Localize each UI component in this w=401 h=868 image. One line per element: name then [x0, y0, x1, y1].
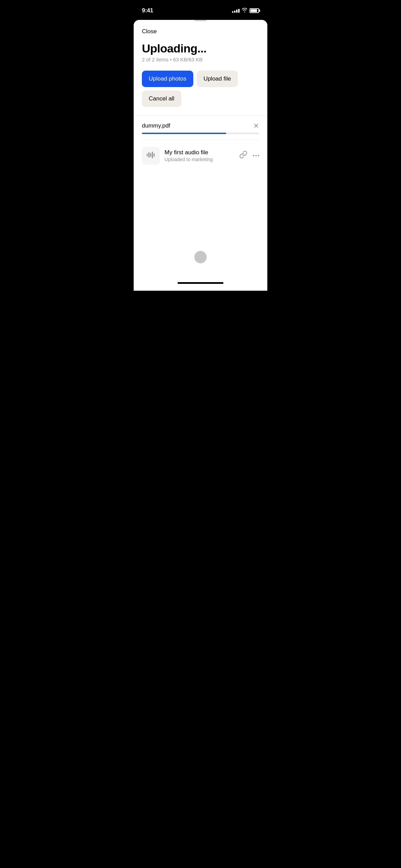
status-icons	[232, 8, 259, 13]
wifi-icon	[242, 8, 247, 13]
pdf-filename: dummy.pdf	[142, 122, 170, 129]
audio-waveform-icon	[147, 152, 155, 160]
audio-icon-container	[142, 147, 160, 165]
svg-rect-4	[154, 153, 155, 157]
svg-rect-2	[150, 153, 151, 157]
progress-bar-fill	[142, 133, 226, 134]
action-buttons: Upload photos Upload file Cancel all	[142, 71, 259, 107]
svg-rect-0	[147, 154, 148, 156]
close-button[interactable]: Close	[142, 27, 157, 36]
audio-actions	[239, 150, 259, 161]
status-time: 9:41	[142, 7, 153, 14]
upload-file-button[interactable]: Upload file	[197, 71, 238, 87]
more-dot-3	[258, 155, 259, 156]
cancel-pdf-button[interactable]: ✕	[253, 122, 259, 129]
progress-bar-track	[142, 133, 259, 134]
signal-bars-icon	[232, 9, 240, 13]
upload-title: Uploading...	[142, 42, 259, 55]
upload-item-audio: My first audio file Uploaded to marketin…	[142, 140, 259, 171]
upload-sheet: Close Uploading... 2 of 2 items • 63 KB/…	[134, 20, 267, 291]
upload-item-pdf: dummy.pdf ✕	[142, 116, 259, 140]
close-icon: ✕	[253, 122, 259, 130]
audio-info: My first audio file Uploaded to marketin…	[165, 149, 234, 162]
upload-photos-button[interactable]: Upload photos	[142, 71, 193, 87]
more-dot-2	[255, 155, 257, 156]
cancel-all-button[interactable]: Cancel all	[142, 91, 181, 107]
audio-filename: My first audio file	[165, 149, 234, 156]
svg-rect-1	[148, 152, 149, 158]
audio-upload-status: Uploaded to marketing	[165, 157, 234, 162]
battery-fill	[251, 9, 257, 12]
status-bar: 9:41	[134, 0, 267, 17]
home-button-dot	[194, 251, 207, 263]
upload-subtitle: 2 of 2 items • 63 KB/63 KB	[142, 57, 259, 62]
svg-rect-3	[152, 152, 153, 158]
copy-link-button[interactable]	[239, 150, 247, 161]
battery-icon	[250, 8, 259, 13]
home-indicator	[178, 282, 223, 284]
link-icon	[239, 150, 247, 159]
upload-items-list: dummy.pdf ✕	[142, 116, 259, 171]
more-options-button[interactable]	[253, 155, 259, 156]
more-dot-1	[253, 155, 254, 156]
